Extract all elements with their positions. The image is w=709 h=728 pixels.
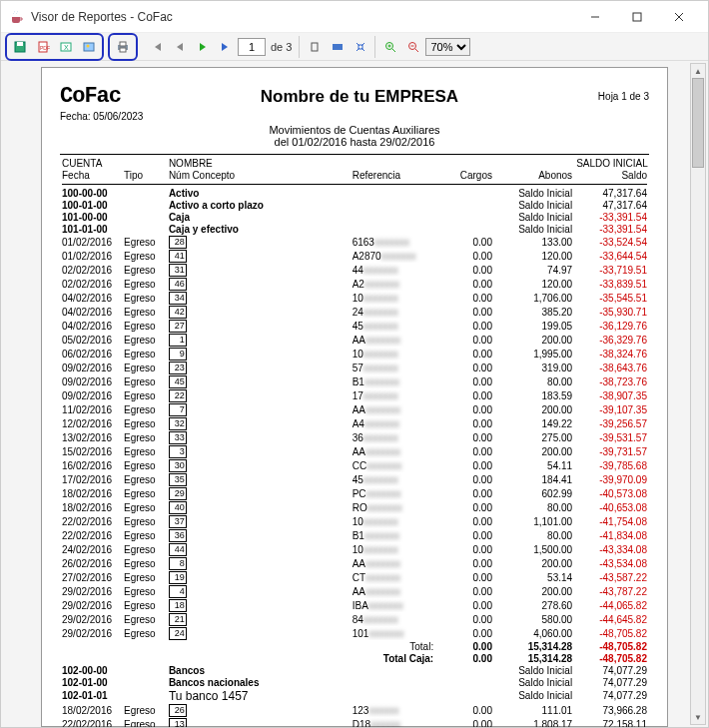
svg-rect-14 — [120, 48, 126, 52]
account-group-row: 102-00-00BancosSaldo Inicial74,077.29 — [60, 664, 649, 676]
export-image-button[interactable] — [78, 36, 100, 58]
account-group-row: 102-01-01Tu banco 1457Saldo Inicial74,07… — [60, 688, 649, 703]
table-row: 11/02/2016Egreso7AAxxxxxxx0.00200.00-39,… — [60, 402, 649, 416]
prev-page-button[interactable] — [169, 36, 191, 58]
maximize-button[interactable] — [616, 3, 658, 31]
zoom-in-button[interactable] — [379, 36, 401, 58]
table-row: 13/02/2016Egreso3336xxxxxxx0.00275.00-39… — [60, 430, 649, 444]
export-excel-button[interactable]: X — [55, 36, 77, 58]
table-row: 24/02/2016Egreso4410xxxxxxx0.001,500.00-… — [60, 542, 649, 556]
report-page: CoFac Nombre de tu EMPRESA Hoja 1 de 3 F… — [41, 67, 668, 727]
table-row: 04/02/2016Egreso4224xxxxxxx0.00385.20-35… — [60, 305, 649, 319]
header-row-2: Fecha Tipo Núm Concepto Referencia Cargo… — [60, 169, 649, 181]
table-row: 17/02/2016Egreso3545xxxxxxx0.00184.41-39… — [60, 472, 649, 486]
account-group-row: 100-00-00ActivoSaldo Inicial47,317.64 — [60, 187, 649, 199]
close-button[interactable] — [658, 3, 700, 31]
minimize-button[interactable] — [574, 3, 616, 31]
scroll-thumb[interactable] — [692, 78, 704, 168]
export-group-highlight: PDF X — [5, 33, 104, 61]
svg-point-11 — [87, 44, 90, 47]
table-row: 26/02/2016Egreso8AAxxxxxxx0.00200.00-43,… — [60, 556, 649, 570]
table-row: 02/02/2016Egreso3144xxxxxxx0.0074.97-33,… — [60, 263, 649, 277]
export-pdf-button[interactable]: PDF — [32, 36, 54, 58]
scroll-up-arrow[interactable]: ▲ — [691, 64, 705, 78]
java-icon — [9, 9, 25, 25]
table-row: 16/02/2016Egreso30CCxxxxxxx0.0054.11-39,… — [60, 458, 649, 472]
print-group-highlight — [108, 33, 138, 61]
subtotal-row: Total: 0.00 15,314.28 -48,705.82 — [60, 640, 649, 652]
company-name: Nombre de tu EMPRESA — [121, 87, 598, 107]
table-row: 18/02/2016Egreso29PCxxxxxxx0.00602.99-40… — [60, 486, 649, 500]
scroll-down-arrow[interactable]: ▼ — [691, 710, 705, 724]
table-row: 29/02/2016Egreso24101xxxxxxx0.004,060.00… — [60, 626, 649, 640]
table-row: 04/02/2016Egreso2745xxxxxxx0.00199.05-36… — [60, 319, 649, 333]
svg-text:X: X — [64, 44, 69, 51]
zoom-out-button[interactable] — [402, 36, 424, 58]
table-row: 04/02/2016Egreso3410xxxxxxx0.001,706.00-… — [60, 291, 649, 305]
report-subtitle-1: Movimientos de Cuentas Auxiliares — [60, 124, 649, 136]
table-row: 22/02/2016Egreso36B1xxxxxxx0.0080.00-41,… — [60, 528, 649, 542]
table-row: 29/02/2016Egreso2184xxxxxxx0.00580.00-44… — [60, 612, 649, 626]
report-viewport: CoFac Nombre de tu EMPRESA Hoja 1 de 3 F… — [1, 61, 708, 727]
report-subtitle-2: del 01/02/2016 hasta 29/02/2016 — [60, 136, 649, 148]
table-row: 09/02/2016Egreso45B1xxxxxxx0.0080.00-38,… — [60, 374, 649, 388]
table-row: 09/02/2016Egreso2357xxxxxxx0.00319.00-38… — [60, 361, 649, 374]
table-row: 01/02/2016Egreso286163xxxxxxx0.00133.00-… — [60, 235, 649, 249]
last-page-button[interactable] — [215, 36, 237, 58]
table-row: 22/02/2016Egreso13D18xxxxxx0.001,808.177… — [60, 717, 649, 727]
table-row: 09/02/2016Egreso2217xxxxxxx0.00183.59-38… — [60, 388, 649, 402]
zoom-select[interactable]: 70% — [425, 38, 470, 56]
vertical-scrollbar[interactable]: ▲ ▼ — [690, 63, 706, 725]
account-group-row: 100-01-00Activo a corto plazoSaldo Inici… — [60, 199, 649, 211]
logo: CoFac — [60, 84, 121, 109]
table-row: 18/02/2016Egreso26123xxxxxx0.00111.0173,… — [60, 703, 649, 717]
fit-page-button[interactable] — [350, 36, 371, 58]
window-title: Visor de Reportes - CoFac — [31, 10, 574, 24]
page-indicator: Hoja 1 de 3 — [598, 91, 649, 102]
print-date: Fecha: 05/06/2023 — [60, 111, 649, 122]
table-row: 02/02/2016Egreso46A2xxxxxxx0.00120.00-33… — [60, 277, 649, 291]
svg-rect-1 — [633, 13, 641, 21]
single-page-button[interactable] — [304, 36, 326, 58]
account-group-row: 101-00-00CajaSaldo Inicial-33,391.54 — [60, 211, 649, 223]
table-row: 29/02/2016Egreso4AAxxxxxxx0.00200.00-43,… — [60, 584, 649, 598]
table-row: 05/02/2016Egreso1AAxxxxxxx0.00200.00-36,… — [60, 333, 649, 347]
table-row: 15/02/2016Egreso3AAxxxxxxx0.00200.00-39,… — [60, 444, 649, 458]
svg-text:PDF: PDF — [40, 45, 50, 51]
svg-line-23 — [415, 49, 418, 52]
first-page-button[interactable] — [146, 36, 168, 58]
page-number-input[interactable] — [238, 38, 266, 56]
svg-line-19 — [392, 49, 395, 52]
header-row-1: CUENTA NOMBRE SALDO INICIAL — [60, 157, 649, 169]
table-row: 18/02/2016Egreso40ROxxxxxxx0.0080.00-40,… — [60, 500, 649, 514]
fit-width-button[interactable] — [327, 36, 349, 58]
svg-rect-13 — [120, 42, 126, 46]
table-row: 12/02/2016Egreso32A4xxxxxxx0.00149.22-39… — [60, 416, 649, 430]
svg-rect-16 — [333, 44, 343, 50]
table-row: 27/02/2016Egreso19CTxxxxxxx0.0053.14-43,… — [60, 570, 649, 584]
table-row: 01/02/2016Egreso41A2870xxxxxxx0.00120.00… — [60, 249, 649, 263]
print-button[interactable] — [112, 36, 134, 58]
table-row: 29/02/2016Egreso18IBAxxxxxxx0.00278.60-4… — [60, 598, 649, 612]
table-row: 22/02/2016Egreso3710xxxxxxx0.001,101.00-… — [60, 514, 649, 528]
toolbar: PDF X de 3 70% — [1, 33, 708, 61]
account-group-row: 102-01-00Bancos nacionalesSaldo Inicial7… — [60, 676, 649, 688]
total-caja-row: Total Caja: 0.00 15,314.28 -48,705.82 — [60, 652, 649, 664]
svg-rect-15 — [312, 43, 318, 51]
svg-rect-5 — [17, 42, 23, 46]
next-page-button[interactable] — [192, 36, 214, 58]
table-row: 06/02/2016Egreso910xxxxxxx0.001,995.00-3… — [60, 347, 649, 361]
page-of-label: de 3 — [267, 41, 296, 53]
account-group-row: 101-01-00Caja y efectivoSaldo Inicial-33… — [60, 223, 649, 235]
save-button[interactable] — [9, 36, 31, 58]
